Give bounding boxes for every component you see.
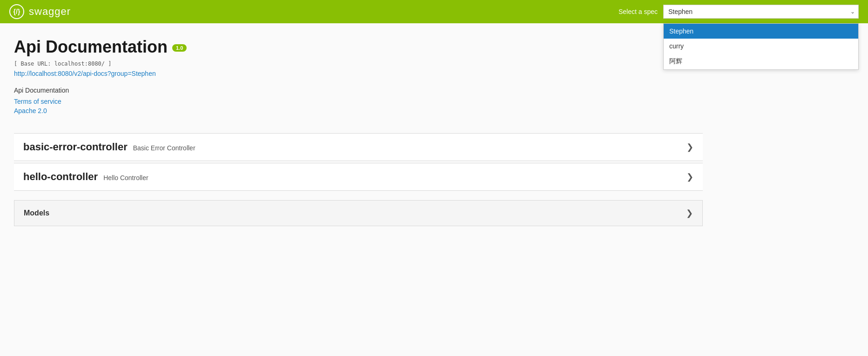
logo: {/} swagger [9, 4, 71, 19]
basic-error-title-group: basic-error-controller Basic Error Contr… [23, 141, 195, 153]
spec-dropdown: Stephen curry 阿辉 [663, 23, 859, 70]
dropdown-item-curry[interactable]: curry [664, 39, 858, 54]
spec-select[interactable]: Stephen curry 阿辉 [663, 5, 859, 19]
hello-controller-header[interactable]: hello-controller Hello Controller ❯ [14, 163, 703, 190]
api-title: Api Documentation [14, 37, 168, 57]
app-header: {/} swagger Select a spec Stephen curry … [0, 0, 868, 23]
license-link[interactable]: Apache 2.0 [14, 107, 703, 114]
hello-controller-desc: Hello Controller [103, 174, 148, 181]
basic-error-controller-header[interactable]: basic-error-controller Basic Error Contr… [14, 134, 703, 161]
models-header[interactable]: Models ❯ [14, 201, 702, 226]
hello-controller-name: hello-controller [23, 171, 98, 183]
basic-error-controller-desc: Basic Error Controller [133, 144, 195, 152]
api-docs-link[interactable]: http://localhost:8080/v2/api-docs?group=… [14, 70, 703, 77]
basic-error-controller-name: basic-error-controller [23, 141, 128, 153]
chevron-right-icon: ❯ [686, 142, 693, 152]
base-url: [ Base URL: localhost:8080/ ] [14, 60, 703, 67]
main-content: Api Documentation 1.0 [ Base URL: localh… [0, 23, 717, 240]
basic-error-controller-section: basic-error-controller Basic Error Contr… [14, 133, 703, 161]
chevron-right-icon-2: ❯ [686, 172, 693, 182]
dropdown-item-stephen[interactable]: Stephen [664, 24, 858, 39]
dropdown-item-ahui[interactable]: 阿辉 [664, 54, 858, 69]
api-description: Api Documentation [14, 87, 703, 94]
logo-symbol: {/} [13, 8, 20, 15]
controllers-list: basic-error-controller Basic Error Contr… [14, 133, 703, 191]
models-title: Models [24, 209, 49, 217]
api-title-row: Api Documentation 1.0 [14, 37, 703, 57]
spec-selector-wrapper: Stephen curry 阿辉 ⌄ [663, 5, 859, 19]
hello-title-group: hello-controller Hello Controller [23, 171, 148, 183]
select-spec-label: Select a spec [619, 8, 658, 15]
header-right: Select a spec Stephen curry 阿辉 ⌄ [619, 5, 859, 19]
models-section: Models ❯ [14, 200, 703, 226]
logo-text: swagger [29, 6, 71, 18]
models-chevron-right-icon: ❯ [686, 208, 693, 218]
hello-controller-section: hello-controller Hello Controller ❯ [14, 163, 703, 191]
terms-of-service-link[interactable]: Terms of service [14, 98, 703, 105]
swagger-logo-icon: {/} [9, 4, 24, 19]
version-badge: 1.0 [172, 44, 187, 52]
